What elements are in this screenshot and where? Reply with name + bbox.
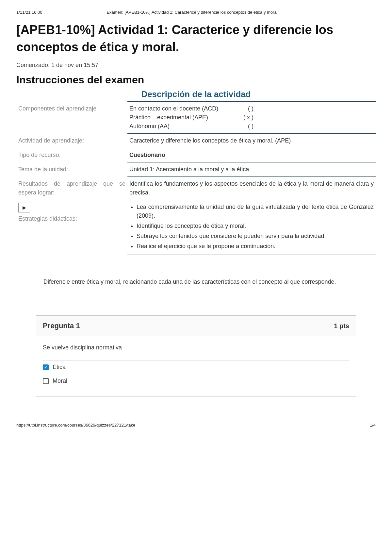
question-header: Pregunta 1 1 pts xyxy=(36,316,356,336)
list-item: Realice el ejercicio que se le propone a… xyxy=(137,242,374,251)
componente-mark: ( x ) xyxy=(243,113,253,122)
list-item: Identifique los conceptos de ética y mor… xyxy=(137,222,374,230)
question-points: 1 pts xyxy=(334,322,349,330)
print-footer: https://utpl.instructure.com/courses/366… xyxy=(16,423,376,428)
componente-name: Autónomo (AA) xyxy=(129,122,170,131)
estrategias-label: Estrategias didácticas: xyxy=(18,214,125,223)
play-button[interactable]: ▶ xyxy=(18,203,30,212)
answer-label: Moral xyxy=(53,378,67,384)
tipo-label: Tipo de recurso: xyxy=(16,148,127,162)
answer-label: Ética xyxy=(53,364,66,371)
footer-url: https://utpl.instructure.com/courses/366… xyxy=(16,423,135,428)
instructions-heading: Instrucciones del examen xyxy=(16,74,376,86)
description-table: Componentes del aprendizaje En contacto … xyxy=(16,101,376,255)
resultados-value: Identifica los fundamentos y los aspecto… xyxy=(127,177,376,200)
componentes-label: Componentes del aprendizaje xyxy=(16,102,127,134)
resultados-label: Resultados de aprendizaje que se espera … xyxy=(16,177,127,200)
estrategias-cell: ▶ Estrategias didácticas: xyxy=(16,200,127,255)
componente-mark: ( ) xyxy=(248,122,253,131)
print-doc-title: Examen: [APEB1-10%] Actividad 1: Caracte… xyxy=(10,10,376,15)
tema-value: Unidad 1: Acercamiento a la moral y a la… xyxy=(127,162,376,177)
started-at: Comenzado: 1 de nov en 15:57 xyxy=(16,62,376,69)
question-intro: Diferencie entre ética y moral, relacion… xyxy=(36,268,356,302)
checkbox-icon[interactable]: ✓ xyxy=(43,364,49,370)
actividad-value: Caracterice y diferencie los conceptos d… xyxy=(127,134,376,148)
tema-label: Tema de la unidad: xyxy=(16,162,127,177)
list-item: Lea comprensivamente la unidad uno de la… xyxy=(137,203,374,220)
estrategias-value: Lea comprensivamente la unidad uno de la… xyxy=(127,200,376,255)
componente-mark: ( ) xyxy=(248,104,253,113)
footer-page: 1/4 xyxy=(370,423,376,428)
tipo-value: Cuestionario xyxy=(127,148,376,162)
question-text: Se vuelve disciplina normativa xyxy=(43,344,349,351)
componentes-value: En contacto con el docente (ACD) ( ) Prá… xyxy=(127,102,376,134)
componente-name: Práctico – experimental (APE) xyxy=(129,113,208,122)
page-title: [APEB1-10%] Actividad 1: Caracterice y d… xyxy=(16,21,376,56)
componente-name: En contacto con el docente (ACD) xyxy=(129,104,218,113)
answer-row[interactable]: ✓ Ética xyxy=(43,360,349,374)
question-block: Pregunta 1 1 pts Se vuelve disciplina no… xyxy=(36,315,356,396)
actividad-label: Actividad de aprendizaje: xyxy=(16,134,127,148)
checkbox-icon[interactable] xyxy=(43,378,49,384)
answer-row[interactable]: Moral xyxy=(43,374,349,388)
question-body: Se vuelve disciplina normativa ✓ Ética M… xyxy=(36,336,356,396)
list-item: Subraye los contenidos que considere le … xyxy=(137,232,374,241)
description-heading: Descripción de la actividad xyxy=(16,89,376,99)
print-header: 1/11/21 16:00 Examen: [APEB1-10%] Activi… xyxy=(16,10,376,15)
tipo-value-text: Cuestionario xyxy=(129,152,165,158)
question-title: Pregunta 1 xyxy=(43,322,80,330)
